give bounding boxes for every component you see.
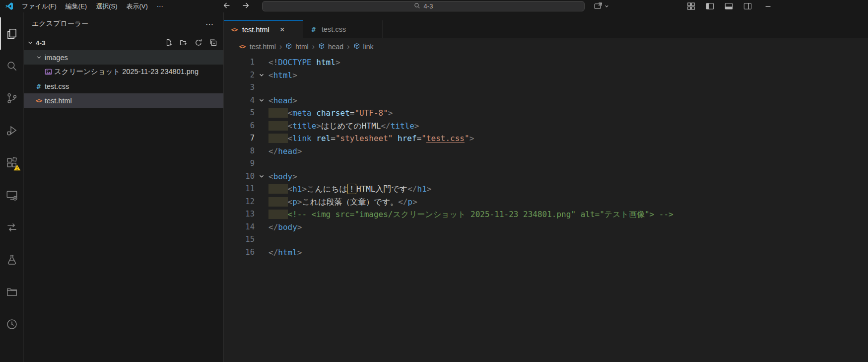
code-text: <title>はじめてのHTML</title> xyxy=(268,120,419,133)
breadcrumb-item-link[interactable]: link xyxy=(352,43,375,51)
menu-more-icon[interactable]: ⋯ xyxy=(152,2,168,10)
menu-edit[interactable]: 編集(E) xyxy=(61,2,91,11)
activity-extensions-icon[interactable] xyxy=(0,146,24,179)
new-folder-icon[interactable] xyxy=(178,37,190,49)
layout-controls xyxy=(684,0,754,12)
toggle-secondary-sidebar-icon[interactable] xyxy=(740,0,754,12)
forward-icon[interactable] xyxy=(241,1,250,11)
code-line-7[interactable]: 7 <link rel="stylesheet" href="test.css"… xyxy=(224,132,868,145)
code-line-6[interactable]: 6 <title>はじめてのHTML</title> xyxy=(224,120,868,133)
activity-testing-icon[interactable] xyxy=(0,243,24,276)
fold-gutter xyxy=(255,183,268,196)
activity-source-control-icon[interactable] xyxy=(0,82,24,114)
code-line-15[interactable]: 15 xyxy=(224,233,868,246)
tree-item--2025-11-23-234801.png[interactable]: スクリーンショット 2025-11-23 234801.png xyxy=(24,65,223,79)
code-text: </body> xyxy=(268,221,302,234)
code-editor[interactable]: 1<!DOCTYPE html>2<html>34<head>5 <meta c… xyxy=(224,55,868,362)
activity-explorer-icon[interactable] xyxy=(0,17,24,50)
symbol-icon xyxy=(318,43,325,51)
code-line-2[interactable]: 2<html> xyxy=(224,69,868,82)
activity-timeline-clock-icon[interactable] xyxy=(0,308,24,340)
code-line-12[interactable]: 12 <p>これは段落（文章）です。</p> xyxy=(224,196,868,209)
breadcrumb-item-html[interactable]: html xyxy=(284,43,309,51)
title-bar: ファイル(F) 編集(E) 選択(S) 表示(V) ⋯ 4-3 xyxy=(0,0,868,12)
fold-gutter xyxy=(255,246,268,259)
html-file-icon: <> xyxy=(34,97,43,104)
tree-item-images[interactable]: images xyxy=(24,50,223,65)
toggle-primary-sidebar-icon[interactable] xyxy=(703,0,717,12)
toggle-panel-icon[interactable] xyxy=(722,0,735,12)
code-line-13[interactable]: 13 <!-- <img src="images/スクリーンショット 2025-… xyxy=(224,208,868,221)
code-text: <html> xyxy=(268,69,297,82)
editor-group: <>test.html×#test.css <>test.html›html›h… xyxy=(224,12,868,362)
history-nav xyxy=(222,0,250,12)
code-text: <head> xyxy=(268,94,297,107)
activity-run-and-debug-icon[interactable] xyxy=(0,114,24,146)
breadcrumb-item-test.html[interactable]: <>test.html xyxy=(237,43,277,51)
activity-library-folder-icon[interactable] xyxy=(0,276,24,308)
line-number: 13 xyxy=(224,208,255,221)
explorer-section-header[interactable]: 4-3 xyxy=(24,35,223,50)
breadcrumb-separator-icon: › xyxy=(312,42,315,51)
code-line-10[interactable]: 10<body> xyxy=(224,170,868,183)
tree-item-label: スクリーンショット 2025-11-23 234801.png xyxy=(54,67,199,76)
tree-item-test.html[interactable]: <>test.html xyxy=(24,93,223,108)
customize-layout-icon[interactable] xyxy=(684,0,698,12)
breadcrumb-separator-icon: › xyxy=(279,42,282,51)
code-line-14[interactable]: 14</body> xyxy=(224,221,868,234)
command-center-value: 4-3 xyxy=(424,2,433,10)
line-number: 8 xyxy=(224,145,255,158)
line-number: 3 xyxy=(224,81,255,94)
line-number: 4 xyxy=(224,94,255,107)
code-text: <meta charset="UTF-8"> xyxy=(268,107,393,120)
fold-gutter xyxy=(255,81,268,94)
code-line-16[interactable]: 16</html> xyxy=(224,246,868,259)
code-line-9[interactable]: 9 xyxy=(224,157,868,170)
fold-chevron-icon[interactable] xyxy=(255,69,268,82)
breadcrumb-item-head[interactable]: head xyxy=(317,43,344,51)
code-line-8[interactable]: 8</head> xyxy=(224,145,868,158)
back-icon[interactable] xyxy=(222,1,231,11)
css-file-icon: # xyxy=(309,25,318,33)
menu-selection[interactable]: 選択(S) xyxy=(91,2,122,11)
activity-search-icon[interactable] xyxy=(0,50,24,82)
activity-pull-request-icon[interactable] xyxy=(0,211,24,243)
breadcrumb-label: html xyxy=(295,43,308,51)
new-window-control[interactable] xyxy=(594,0,609,12)
fold-chevron-icon[interactable] xyxy=(255,94,268,107)
tab-test.css[interactable]: #test.css xyxy=(303,20,383,38)
tab-test.html[interactable]: <>test.html× xyxy=(224,20,303,38)
vscode-logo-icon xyxy=(5,2,13,10)
breadcrumb-separator-icon: › xyxy=(347,42,349,51)
activity-remote-monitor-icon[interactable] xyxy=(0,179,24,211)
tree-item-test.css[interactable]: #test.css xyxy=(24,79,223,93)
code-line-5[interactable]: 5 <meta charset="UTF-8"> xyxy=(224,107,868,120)
line-number: 16 xyxy=(224,246,255,259)
line-number: 14 xyxy=(224,221,255,234)
image-file-icon xyxy=(44,68,53,75)
line-number: 6 xyxy=(224,120,255,133)
tabs: <>test.html×#test.css xyxy=(224,20,383,38)
search-icon xyxy=(414,2,420,10)
refresh-icon[interactable] xyxy=(193,37,204,49)
fold-gutter xyxy=(255,56,268,69)
code-line-4[interactable]: 4<head> xyxy=(224,94,868,107)
file-tree: imagesスクリーンショット 2025-11-23 234801.png#te… xyxy=(24,50,223,108)
code-line-3[interactable]: 3 xyxy=(224,81,868,94)
minimize-icon[interactable] xyxy=(761,0,775,12)
menu-view[interactable]: 表示(V) xyxy=(122,2,152,11)
code-text: <p>これは段落（文章）です。</p> xyxy=(268,196,417,209)
fold-gutter xyxy=(255,221,268,234)
breadcrumb-label: head xyxy=(328,43,343,51)
command-center-search[interactable]: 4-3 xyxy=(262,1,585,11)
fold-gutter xyxy=(255,208,268,221)
code-line-11[interactable]: 11 <h1>こんにちは！HTML入門です</h1> xyxy=(224,183,868,196)
fold-chevron-icon[interactable] xyxy=(255,170,268,183)
collapse-all-icon[interactable] xyxy=(207,37,219,49)
close-tab-icon[interactable]: × xyxy=(277,25,287,35)
code-text: </html> xyxy=(268,246,302,259)
code-line-1[interactable]: 1<!DOCTYPE html> xyxy=(224,56,868,69)
new-file-icon[interactable] xyxy=(163,37,175,49)
menu-file[interactable]: ファイル(F) xyxy=(17,2,61,11)
sidebar-more-actions-icon[interactable]: ⋯ xyxy=(202,18,216,30)
